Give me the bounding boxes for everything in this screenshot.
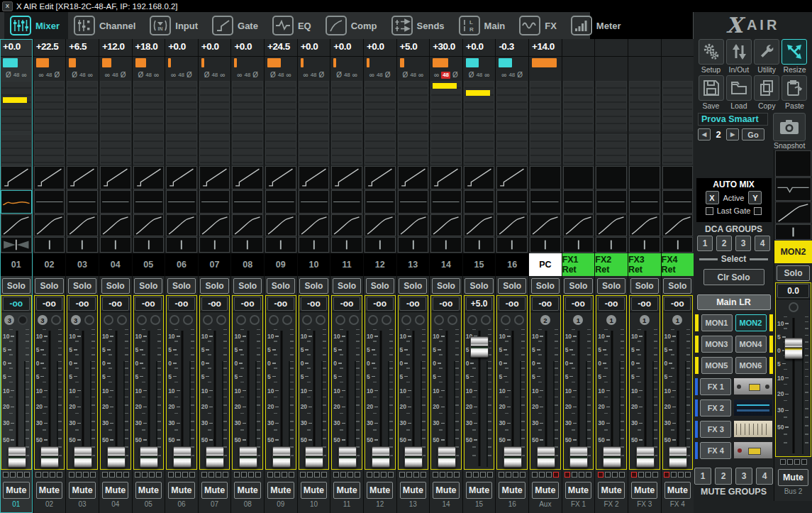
fader-value[interactable]: -oo xyxy=(201,297,228,311)
polarity-icon[interactable]: ∞ xyxy=(237,72,242,79)
gain-value[interactable]: +5.0 xyxy=(397,39,430,57)
polarity-icon[interactable]: ∞ xyxy=(304,72,308,79)
comp-thumbnail[interactable] xyxy=(199,214,230,236)
eq-thumbnail[interactable] xyxy=(1,190,32,214)
fx-rack-thumbnail[interactable] xyxy=(733,399,772,417)
comp-thumbnail[interactable] xyxy=(464,214,495,236)
channel-select-header[interactable]: FX4 Ret xyxy=(662,253,694,276)
dca-badge[interactable]: 1 xyxy=(672,315,682,325)
last-gate-y-checkbox[interactable] xyxy=(754,207,762,215)
snapshot-name-field[interactable]: Prova Smaart xyxy=(698,113,768,126)
snapshot-go-button[interactable]: Go xyxy=(742,128,764,140)
comp-thumbnail[interactable] xyxy=(34,214,65,236)
fader-value[interactable]: +5.0 xyxy=(466,297,493,311)
solo-button[interactable]: Solo xyxy=(630,278,659,294)
pan-knob[interactable] xyxy=(203,315,213,325)
gain-value[interactable]: +0.0 xyxy=(298,39,330,57)
tab-mixer[interactable]: Mixer xyxy=(4,12,68,39)
phantom-48v-button[interactable]: 48 xyxy=(46,72,52,79)
mute-button[interactable]: Mute xyxy=(433,482,459,499)
gate-thumbnail[interactable] xyxy=(166,166,197,189)
tab-channel[interactable]: Channel xyxy=(68,12,144,39)
polarity-icon[interactable]: ∞ xyxy=(369,72,374,79)
solo-button[interactable]: Solo xyxy=(498,278,526,294)
pan-knob[interactable] xyxy=(401,315,411,325)
tab-input[interactable]: INInput xyxy=(144,12,206,39)
fader[interactable]: 1050510203050 xyxy=(663,328,693,469)
mute-button[interactable]: Mute xyxy=(36,482,62,499)
fader-cap[interactable] xyxy=(239,446,257,468)
pan-knob[interactable] xyxy=(18,315,28,325)
fader-value[interactable]: -oo xyxy=(367,297,394,311)
phantom-48v-button[interactable]: 48 xyxy=(476,72,482,79)
pan-knob[interactable] xyxy=(117,315,127,325)
channel-select-header[interactable]: 02 xyxy=(33,253,66,276)
fader-cap[interactable] xyxy=(140,446,158,468)
pan-knob[interactable] xyxy=(368,315,378,325)
dca-badge[interactable]: 1 xyxy=(573,315,583,325)
pan-thumbnail[interactable] xyxy=(775,224,811,240)
fader[interactable]: 1050510203050 xyxy=(101,328,130,469)
fader-cap[interactable] xyxy=(404,446,423,468)
dca-badge[interactable]: 2 xyxy=(540,315,550,325)
fader-cap[interactable] xyxy=(305,446,323,468)
solo-button[interactable]: Solo xyxy=(68,278,96,294)
gain-value[interactable]: +22.5 xyxy=(33,39,66,57)
pan-thumbnail[interactable] xyxy=(34,237,65,253)
dca-badge[interactable]: 3 xyxy=(71,315,81,325)
comp-thumbnail[interactable] xyxy=(265,214,296,236)
pan-knob[interactable] xyxy=(104,315,113,325)
pan-thumbnail[interactable] xyxy=(265,237,296,253)
fader-value[interactable]: 0.0 xyxy=(777,284,808,298)
gate-thumbnail[interactable] xyxy=(629,166,660,189)
comp-thumbnail[interactable] xyxy=(662,214,694,236)
mute-button[interactable]: Mute xyxy=(333,482,360,499)
fx-bus-button-4[interactable]: FX 4 xyxy=(700,442,731,459)
tab-eq[interactable]: EQ xyxy=(267,12,320,39)
channel-select-header[interactable]: PC xyxy=(529,253,562,276)
fader[interactable]: 1050510203050 xyxy=(776,315,811,456)
tab-gate[interactable]: Gate xyxy=(206,12,267,39)
mute-button[interactable]: Mute xyxy=(664,482,691,499)
fader-cap[interactable] xyxy=(636,446,655,468)
phantom-48v-button[interactable]: 48 xyxy=(244,72,250,79)
pan-knob[interactable] xyxy=(514,315,524,325)
mute-button[interactable]: Mute xyxy=(267,482,294,499)
solo-button[interactable]: Solo xyxy=(299,278,328,294)
pan-knob[interactable] xyxy=(789,302,799,312)
comp-thumbnail[interactable] xyxy=(100,214,131,236)
solo-button[interactable]: Solo xyxy=(333,278,361,294)
paste-button[interactable]: Paste xyxy=(782,75,808,110)
fader-value[interactable]: -oo xyxy=(135,297,162,311)
solo-button[interactable]: Solo xyxy=(564,278,592,294)
fader-cap[interactable] xyxy=(470,336,489,358)
mute-group-button-3[interactable]: 3 xyxy=(735,468,752,485)
tab-sends[interactable]: Sends xyxy=(386,12,453,39)
dca-badge[interactable]: 3 xyxy=(38,315,48,325)
pan-thumbnail[interactable] xyxy=(199,237,230,253)
solo-button[interactable]: Solo xyxy=(35,278,63,294)
mute-group-button-1[interactable]: 1 xyxy=(694,468,711,485)
mute-button[interactable]: Mute xyxy=(565,482,591,499)
gate-thumbnail[interactable] xyxy=(464,166,495,189)
mute-button[interactable]: Mute xyxy=(631,482,657,499)
fader[interactable]: 1050510203050 xyxy=(497,328,527,469)
pan-knob[interactable] xyxy=(150,315,160,325)
gain-value[interactable]: +0.0 xyxy=(165,39,198,57)
fader-cap[interactable] xyxy=(504,446,522,468)
pan-thumbnail[interactable] xyxy=(331,237,362,253)
pan-knob[interactable] xyxy=(447,315,457,325)
fader[interactable]: 1050510203050 xyxy=(167,328,196,469)
solo-button[interactable]: Solo xyxy=(432,278,460,294)
phantom-48v-button[interactable]: 48 xyxy=(13,72,20,79)
load-button[interactable]: Load xyxy=(725,75,752,110)
gain-value[interactable] xyxy=(628,39,661,57)
phantom-48v-button[interactable]: 48 xyxy=(410,72,416,79)
fader[interactable]: 1050510203050 xyxy=(134,328,164,469)
fader[interactable]: 1050510203050 xyxy=(35,328,65,469)
channel-select-header[interactable]: 13 xyxy=(397,253,430,276)
solo-button[interactable]: Solo xyxy=(399,278,427,294)
gate-thumbnail[interactable] xyxy=(133,166,165,189)
mute-button[interactable]: Mute xyxy=(400,482,426,499)
fader-value[interactable]: -oo xyxy=(499,297,525,311)
